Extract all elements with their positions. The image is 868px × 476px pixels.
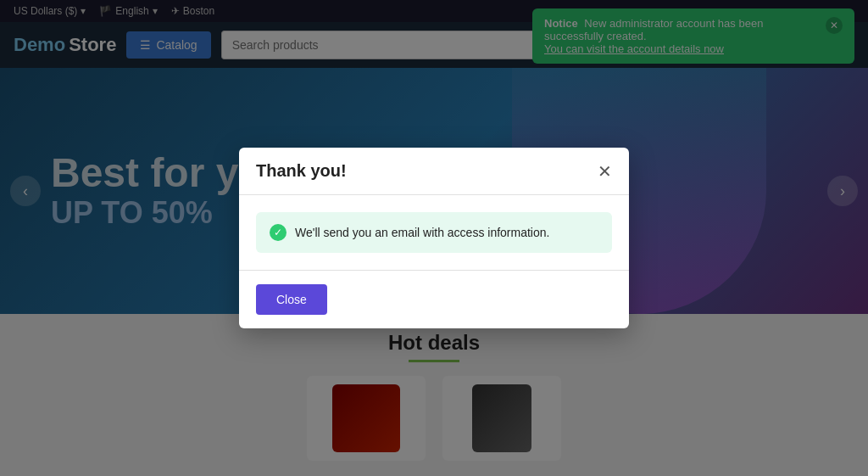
modal-close-action-button[interactable]: Close	[256, 284, 327, 315]
success-icon: ✓	[270, 224, 287, 241]
success-text: We'll send you an email with access info…	[295, 226, 549, 239]
modal-footer: Close	[239, 270, 629, 328]
modal-close-button[interactable]: ✕	[598, 163, 612, 180]
modal-header: Thank you! ✕	[239, 148, 629, 195]
modal-body: ✓ We'll send you an email with access in…	[239, 195, 629, 270]
success-message: ✓ We'll send you an email with access in…	[256, 212, 612, 253]
modal: Thank you! ✕ ✓ We'll send you an email w…	[239, 148, 629, 328]
modal-title: Thank you!	[256, 161, 347, 181]
modal-overlay: Thank you! ✕ ✓ We'll send you an email w…	[0, 0, 868, 476]
